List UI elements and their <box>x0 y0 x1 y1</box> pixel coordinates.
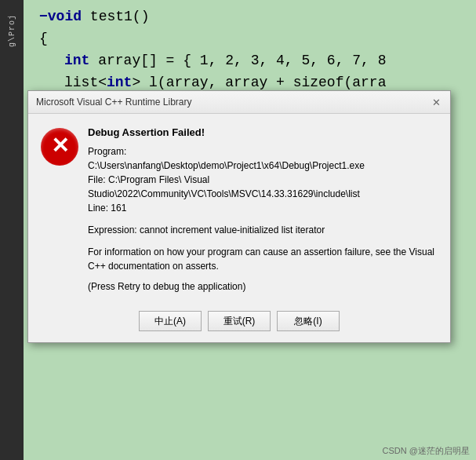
help-text: For information on how your program can … <box>88 245 438 273</box>
abort-button[interactable]: 中止(A) <box>139 311 202 331</box>
sidebar: g\Proj <box>0 0 24 460</box>
sidebar-label: g\Proj <box>8 14 16 47</box>
close-button[interactable]: ✕ <box>430 96 442 108</box>
error-dialog: Microsoft Visual C++ Runtime Library ✕ ✕… <box>27 90 451 343</box>
ignore-button[interactable]: 忽略(I) <box>277 311 340 331</box>
error-details: Program: C:\Users\nanfang\Desktop\demo\P… <box>88 144 438 215</box>
code-line-1: −void test1() <box>31 6 468 28</box>
retry-button[interactable]: 重试(R) <box>208 311 271 331</box>
file-label: File: C:\Program Files\ Visual Studio\20… <box>88 174 360 199</box>
dialog-titlebar: Microsoft Visual C++ Runtime Library ✕ <box>28 91 450 114</box>
open-brace: { <box>39 28 48 50</box>
error-icon: ✕ <box>41 128 78 166</box>
program-path: C:\Users\nanfang\Desktop\demo\Project1\x… <box>88 160 365 171</box>
code-content: −void test1() { int array[] = { 1, 2, 3,… <box>24 0 476 100</box>
array-decl: array[] = { 1, 2, 3, 4, 5, 6, 7, 8 <box>89 50 386 72</box>
code-line-2: { <box>31 28 468 50</box>
error-title: Debug Assertion Failed! <box>88 126 438 138</box>
program-label: Program: <box>88 146 126 157</box>
line-label: Line: 161 <box>88 203 126 214</box>
dialog-title: Microsoft Visual C++ Runtime Library <box>36 97 192 108</box>
error-circle: ✕ <box>41 128 78 166</box>
error-x-mark: ✕ <box>51 135 69 157</box>
dialog-buttons: 中止(A) 重试(R) 忽略(I) <box>28 303 450 342</box>
int-keyword: int <box>39 50 89 72</box>
press-text: (Press Retry to debug the application) <box>88 279 438 294</box>
func-name: test1() <box>90 6 150 28</box>
dialog-content: Debug Assertion Failed! Program: C:\User… <box>88 126 438 294</box>
void-keyword: −void <box>39 6 82 28</box>
dialog-body: ✕ Debug Assertion Failed! Program: C:\Us… <box>28 114 450 303</box>
expression-label: Expression: cannot increment value-initi… <box>88 223 438 237</box>
watermark: CSDN @迷茫的启明星 <box>383 445 470 457</box>
code-line-3: int array[] = { 1, 2, 3, 4, 5, 6, 7, 8 <box>31 50 468 72</box>
